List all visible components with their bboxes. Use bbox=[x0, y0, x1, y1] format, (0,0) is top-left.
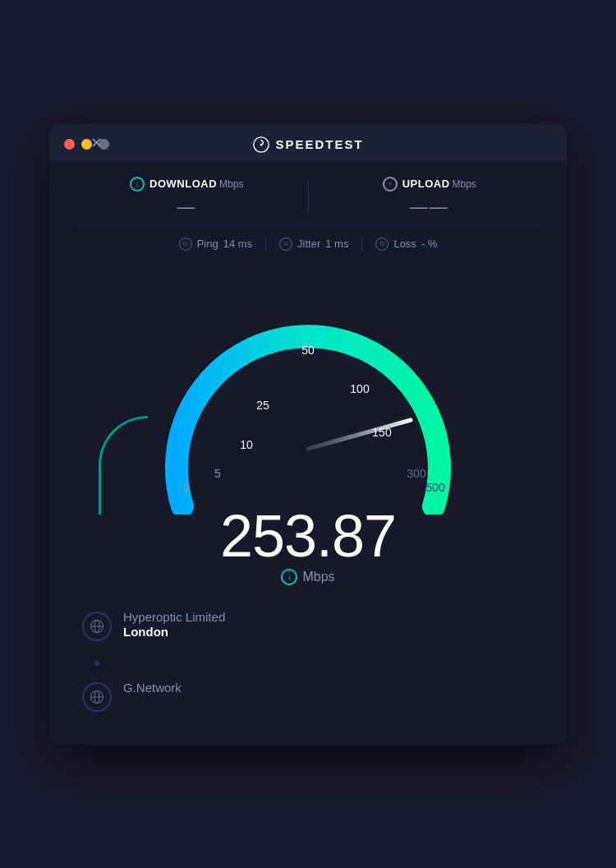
network-name: G.Network bbox=[123, 681, 182, 695]
jitter-label: Jitter bbox=[297, 238, 320, 250]
gauge-label-300: 300 bbox=[407, 467, 426, 480]
ping-icon: ⊙ bbox=[179, 238, 192, 251]
app-title: SPEEDTEST bbox=[275, 137, 363, 151]
upload-value: —— bbox=[410, 196, 449, 218]
speed-header: ↓ DOWNLOADMbps — ↑ UPLOADMbps —— bbox=[74, 162, 542, 224]
loss-icon: ⊙ bbox=[375, 238, 388, 251]
close-button[interactable]: ✕ bbox=[90, 134, 103, 152]
gauge-svg-wrapper: 0 5 10 25 50 100 150 300 500 bbox=[136, 268, 480, 515]
traffic-light-red[interactable] bbox=[64, 139, 75, 150]
gauge-label-100: 100 bbox=[350, 382, 370, 395]
info-section: Hyperoptic Limited London G.Network bbox=[74, 593, 542, 720]
network-row: G.Network bbox=[82, 681, 534, 712]
upload-label: ↑ UPLOADMbps bbox=[383, 177, 476, 192]
ping-stat: ⊙ Ping 14 ms bbox=[179, 238, 252, 251]
app-window: ✕ SPEEDTEST ↓ DOWNLOADMbps bbox=[49, 124, 567, 745]
download-label: ↓ DOWNLOADMbps bbox=[130, 177, 243, 192]
stat-separator-1 bbox=[265, 237, 266, 252]
gauge-container: 0 5 10 25 50 100 150 300 500 bbox=[74, 252, 542, 593]
gauge-label-50: 50 bbox=[301, 344, 315, 357]
isp-text: Hyperoptic Limited London bbox=[123, 610, 225, 639]
svg-point-1 bbox=[260, 143, 263, 145]
network-globe-icon bbox=[82, 682, 112, 712]
gauge-label-10: 10 bbox=[240, 438, 253, 451]
title-area: ✕ SPEEDTEST bbox=[64, 136, 552, 154]
isp-row: Hyperoptic Limited London bbox=[82, 610, 534, 641]
gauge-label-0: 0 bbox=[183, 481, 190, 494]
gauge-label-25: 25 bbox=[256, 399, 269, 412]
isp-globe-icon bbox=[82, 612, 112, 641]
stat-separator-2 bbox=[361, 237, 362, 252]
download-value: — bbox=[177, 196, 196, 218]
speed-number: 253.87 bbox=[220, 506, 396, 566]
loss-label: Loss bbox=[393, 238, 416, 250]
titlebar: ✕ SPEEDTEST bbox=[49, 124, 567, 162]
main-content: ↓ DOWNLOADMbps — ↑ UPLOADMbps —— bbox=[49, 162, 567, 745]
network-globe-svg bbox=[90, 690, 104, 704]
speedtest-logo-icon bbox=[252, 136, 270, 154]
ping-label: Ping bbox=[197, 238, 218, 250]
speed-unit: Mbps bbox=[302, 570, 334, 584]
download-column: ↓ DOWNLOADMbps — bbox=[74, 177, 300, 218]
upload-label-text: UPLOADMbps bbox=[402, 178, 476, 190]
isp-location: London bbox=[123, 625, 225, 639]
info-dot-separator bbox=[94, 661, 99, 666]
stats-row: ⊙ Ping 14 ms ⊙ Jitter 1 ms ⊙ Loss - % bbox=[74, 224, 542, 252]
gauge-label-150: 150 bbox=[372, 426, 392, 439]
loss-stat: ⊙ Loss - % bbox=[375, 238, 437, 251]
ping-value: 14 ms bbox=[223, 238, 252, 250]
speed-unit-row: ↓ Mbps bbox=[220, 569, 396, 585]
upload-column: ↑ UPLOADMbps —— bbox=[317, 177, 543, 218]
speedtest-logo: SPEEDTEST bbox=[252, 136, 363, 154]
globe-svg bbox=[90, 619, 104, 634]
gauge-svg: 0 5 10 25 50 100 150 300 500 bbox=[136, 268, 480, 515]
upload-icon: ↑ bbox=[383, 177, 398, 192]
jitter-icon: ⊙ bbox=[279, 238, 292, 251]
download-label-text: DOWNLOADMbps bbox=[149, 178, 243, 190]
header-divider bbox=[308, 181, 309, 214]
isp-provider: Hyperoptic Limited bbox=[123, 610, 225, 624]
gauge-label-5: 5 bbox=[214, 467, 221, 480]
network-text: G.Network bbox=[123, 681, 182, 695]
svg-line-2 bbox=[308, 420, 411, 449]
jitter-stat: ⊙ Jitter 1 ms bbox=[279, 238, 348, 251]
jitter-value: 1 ms bbox=[325, 238, 348, 250]
download-icon: ↓ bbox=[130, 177, 145, 192]
speed-readout: 253.87 ↓ Mbps bbox=[220, 506, 396, 585]
gauge-label-500: 500 bbox=[425, 481, 445, 494]
loss-value: - % bbox=[421, 238, 438, 250]
download-unit-icon: ↓ bbox=[281, 569, 297, 585]
